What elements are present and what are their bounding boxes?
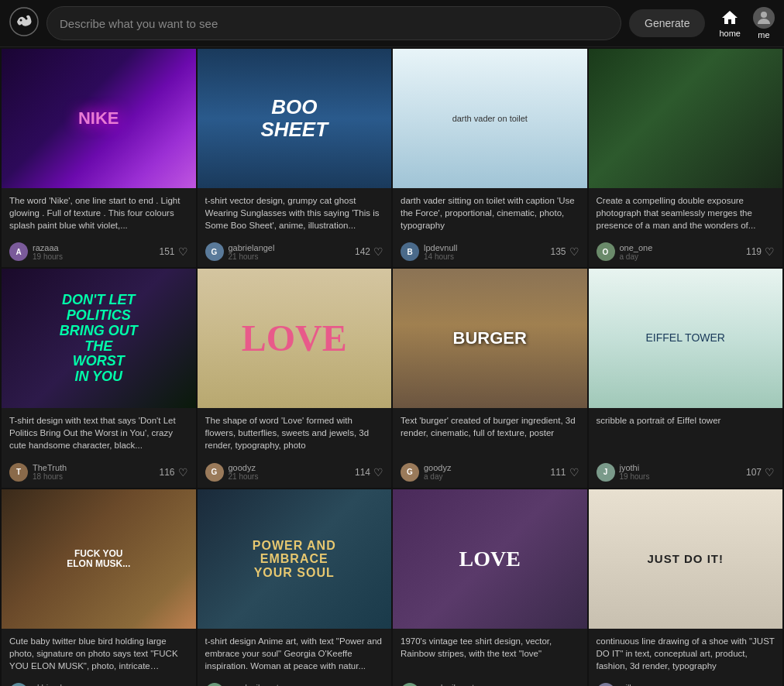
card-image-1: NIKE (2, 49, 196, 188)
card-11[interactable]: Love 1970's vintage tee shirt design, ve… (393, 489, 587, 686)
like-section-8: 107 ♡ (746, 466, 775, 478)
card-image-text-10: POWER AND EMBRACEYOUR SOUL (246, 538, 342, 579)
logo-icon (9, 7, 39, 39)
user-avatar-4: O (597, 242, 615, 261)
user-time-7: a day (424, 472, 545, 481)
card-8[interactable]: Eiffel Tower scribble a portrait of Eiff… (589, 269, 783, 487)
user-info-3: lpdevnull 14 hours (424, 243, 545, 261)
user-info-7: goodyz a day (424, 463, 545, 481)
card-image-text-7: BURGER (453, 329, 527, 348)
user-avatar-12: W (597, 683, 615, 686)
user-name-12: willgor (620, 683, 747, 686)
card-description-9: Cute baby twitter blue bird holding larg… (9, 635, 188, 672)
like-section-1: 151 ♡ (159, 245, 187, 258)
like-count-2: 142 (355, 246, 370, 257)
like-count-6: 114 (355, 467, 370, 478)
user-info-1: razaaa 19 hours (33, 243, 154, 261)
user-info-9: akhirocks unknown (33, 683, 154, 686)
card-description-3: darth vader sitting on toilet with capti… (401, 194, 579, 232)
card-info-6: The shape of word 'Love' formed with flo… (198, 408, 392, 462)
card-12[interactable]: JUST DO IT! continuous line drawing of a… (589, 489, 783, 686)
user-info-12: willgor a day (620, 683, 747, 686)
heart-icon-6[interactable]: ♡ (373, 466, 383, 478)
card-3[interactable]: darth vader on toilet darth vader sittin… (393, 49, 587, 267)
image-grid: NIKE The word 'Nike', one line start to … (0, 47, 784, 686)
card-info-8: scribble a portrait of Eiffel tower (589, 408, 783, 462)
heart-icon-4[interactable]: ♡ (765, 245, 775, 258)
like-count-3: 135 (550, 246, 566, 257)
user-info-2: gabrielangel 21 hours (229, 243, 350, 261)
user-info-10: goodevilcreate unknown (229, 683, 350, 686)
user-time-2: 21 hours (229, 252, 350, 261)
nav-home[interactable]: home (719, 9, 741, 38)
card-footer-2: G gabrielangel 21 hours 142 ♡ (198, 242, 392, 267)
user-name-5: TheTruth (33, 463, 154, 472)
heart-icon-2[interactable]: ♡ (373, 245, 383, 258)
card-1[interactable]: NIKE The word 'Nike', one line start to … (2, 49, 196, 267)
user-time-1: 19 hours (33, 252, 154, 261)
card-footer-10: G goodevilcreate unknown 100 ♡ (198, 683, 392, 686)
card-4[interactable]: Create a compelling double exposure phot… (589, 49, 783, 267)
user-avatar-11: G (401, 683, 419, 686)
card-footer-11: G goodevilcreate unknown 100 ♡ (393, 683, 587, 686)
card-image-9: FUCK YOUELON MUSK... (2, 489, 196, 629)
card-footer-4: O one_one a day 119 ♡ (589, 242, 783, 267)
heart-icon-3[interactable]: ♡ (569, 245, 579, 258)
heart-icon-5[interactable]: ♡ (178, 466, 188, 478)
card-description-4: Create a compelling double exposure phot… (597, 194, 775, 232)
card-9[interactable]: FUCK YOUELON MUSK... Cute baby twitter b… (2, 489, 196, 686)
search-bar[interactable] (46, 6, 621, 40)
nav-icons: home me (719, 7, 775, 39)
card-image-text-12: JUST DO IT! (647, 552, 724, 565)
card-image-10: POWER AND EMBRACEYOUR SOUL (198, 489, 392, 629)
like-section-6: 114 ♡ (355, 466, 383, 478)
user-name-7: goodyz (424, 463, 545, 472)
generate-button[interactable]: Generate (629, 9, 705, 37)
card-image-text-5: DON'T LETPOLITICSBRING OUT THEWORSTIN YO… (50, 293, 147, 385)
heart-icon-7[interactable]: ♡ (569, 466, 579, 478)
card-footer-5: T TheTruth 18 hours 116 ♡ (2, 463, 196, 488)
user-name-2: gabrielangel (229, 243, 350, 252)
card-info-1: The word 'Nike', one line start to end .… (2, 188, 196, 242)
svg-point-1 (20, 19, 22, 22)
card-2[interactable]: BOOSHEET t-shirt vector design, grumpy c… (198, 49, 392, 267)
card-image-text-6: LOVE (242, 318, 347, 359)
nav-me-avatar (753, 7, 775, 29)
user-info-5: TheTruth 18 hours (33, 463, 154, 481)
card-footer-3: B lpdevnull 14 hours 135 ♡ (393, 242, 587, 267)
card-image-text-11: Love (459, 547, 521, 571)
svg-point-3 (761, 12, 767, 18)
svg-point-2 (26, 18, 28, 20)
card-6[interactable]: LOVE The shape of word 'Love' formed wit… (198, 269, 392, 487)
nav-me[interactable]: me (753, 7, 775, 39)
card-info-7: Text 'burger' created of burger ingredie… (393, 408, 587, 462)
heart-icon-1[interactable]: ♡ (178, 245, 188, 258)
user-avatar-6: G (205, 463, 224, 482)
user-time-4: a day (620, 252, 741, 261)
user-avatar-3: B (401, 242, 419, 261)
card-7[interactable]: BURGER Text 'burger' created of burger i… (393, 269, 587, 487)
search-input[interactable] (60, 17, 608, 30)
user-info-11: goodevilcreate unknown (424, 683, 545, 686)
nav-me-label: me (758, 30, 769, 39)
heart-icon-8[interactable]: ♡ (765, 466, 775, 478)
card-5[interactable]: DON'T LETPOLITICSBRING OUT THEWORSTIN YO… (2, 269, 196, 487)
card-10[interactable]: POWER AND EMBRACEYOUR SOUL t-shirt desig… (198, 489, 392, 686)
user-name-6: goodyz (229, 463, 350, 472)
card-description-1: The word 'Nike', one line start to end .… (9, 194, 188, 232)
card-image-text-2: BOOSHEET (260, 96, 328, 140)
user-time-3: 14 hours (424, 252, 545, 261)
card-footer-1: A razaaa 19 hours 151 ♡ (2, 242, 196, 267)
card-footer-9: A akhirocks unknown 105 ♡ (2, 683, 196, 686)
card-image-text-3: darth vader on toilet (452, 114, 528, 123)
user-avatar-8: J (597, 463, 615, 482)
user-time-5: 18 hours (33, 472, 154, 481)
card-description-10: t-shirt design Anime art, with text "Pow… (205, 635, 384, 672)
user-name-1: razaaa (33, 243, 154, 252)
user-avatar-9: A (9, 683, 28, 686)
card-image-3: darth vader on toilet (393, 49, 587, 188)
like-section-7: 111 ♡ (550, 466, 579, 478)
card-image-text-8: Eiffel Tower (646, 333, 725, 345)
card-info-10: t-shirt design Anime art, with text "Pow… (198, 629, 392, 683)
user-name-11: goodevilcreate (424, 683, 545, 686)
